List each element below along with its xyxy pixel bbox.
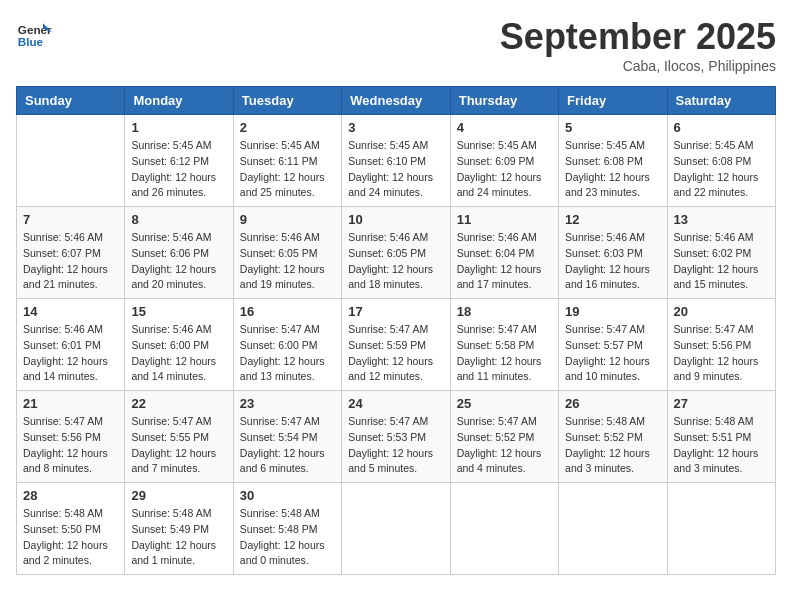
- daylight-text: Daylight: 12 hours and 14 minutes.: [131, 354, 226, 386]
- day-number: 18: [457, 304, 552, 319]
- day-number: 26: [565, 396, 660, 411]
- calendar-header-friday: Friday: [559, 87, 667, 115]
- daylight-text: Daylight: 12 hours and 26 minutes.: [131, 170, 226, 202]
- sunset-text: Sunset: 6:12 PM: [131, 154, 226, 170]
- day-info: Sunrise: 5:47 AMSunset: 5:53 PMDaylight:…: [348, 414, 443, 477]
- calendar-header-thursday: Thursday: [450, 87, 558, 115]
- sunrise-text: Sunrise: 5:47 AM: [240, 414, 335, 430]
- sunrise-text: Sunrise: 5:45 AM: [457, 138, 552, 154]
- day-info: Sunrise: 5:45 AMSunset: 6:11 PMDaylight:…: [240, 138, 335, 201]
- sunset-text: Sunset: 6:06 PM: [131, 246, 226, 262]
- sunset-text: Sunset: 5:57 PM: [565, 338, 660, 354]
- calendar-cell: 4Sunrise: 5:45 AMSunset: 6:09 PMDaylight…: [450, 115, 558, 207]
- calendar-cell: [559, 483, 667, 575]
- sunset-text: Sunset: 5:51 PM: [674, 430, 769, 446]
- daylight-text: Daylight: 12 hours and 20 minutes.: [131, 262, 226, 294]
- calendar-header-sunday: Sunday: [17, 87, 125, 115]
- day-number: 10: [348, 212, 443, 227]
- calendar-week-1: 1Sunrise: 5:45 AMSunset: 6:12 PMDaylight…: [17, 115, 776, 207]
- sunset-text: Sunset: 6:03 PM: [565, 246, 660, 262]
- day-info: Sunrise: 5:48 AMSunset: 5:50 PMDaylight:…: [23, 506, 118, 569]
- sunset-text: Sunset: 6:05 PM: [348, 246, 443, 262]
- day-info: Sunrise: 5:46 AMSunset: 6:04 PMDaylight:…: [457, 230, 552, 293]
- calendar-header-row: SundayMondayTuesdayWednesdayThursdayFrid…: [17, 87, 776, 115]
- calendar-week-4: 21Sunrise: 5:47 AMSunset: 5:56 PMDayligh…: [17, 391, 776, 483]
- sunrise-text: Sunrise: 5:45 AM: [674, 138, 769, 154]
- daylight-text: Daylight: 12 hours and 14 minutes.: [23, 354, 118, 386]
- calendar-header-saturday: Saturday: [667, 87, 775, 115]
- calendar-cell: 10Sunrise: 5:46 AMSunset: 6:05 PMDayligh…: [342, 207, 450, 299]
- calendar-cell: 13Sunrise: 5:46 AMSunset: 6:02 PMDayligh…: [667, 207, 775, 299]
- sunrise-text: Sunrise: 5:48 AM: [23, 506, 118, 522]
- calendar-cell: 23Sunrise: 5:47 AMSunset: 5:54 PMDayligh…: [233, 391, 341, 483]
- daylight-text: Daylight: 12 hours and 0 minutes.: [240, 538, 335, 570]
- calendar-cell: 2Sunrise: 5:45 AMSunset: 6:11 PMDaylight…: [233, 115, 341, 207]
- calendar-header-monday: Monday: [125, 87, 233, 115]
- sunset-text: Sunset: 6:04 PM: [457, 246, 552, 262]
- daylight-text: Daylight: 12 hours and 3 minutes.: [674, 446, 769, 478]
- day-info: Sunrise: 5:46 AMSunset: 6:06 PMDaylight:…: [131, 230, 226, 293]
- calendar-week-2: 7Sunrise: 5:46 AMSunset: 6:07 PMDaylight…: [17, 207, 776, 299]
- sunset-text: Sunset: 5:53 PM: [348, 430, 443, 446]
- sunrise-text: Sunrise: 5:47 AM: [457, 414, 552, 430]
- day-number: 27: [674, 396, 769, 411]
- daylight-text: Daylight: 12 hours and 19 minutes.: [240, 262, 335, 294]
- daylight-text: Daylight: 12 hours and 7 minutes.: [131, 446, 226, 478]
- daylight-text: Daylight: 12 hours and 3 minutes.: [565, 446, 660, 478]
- sunrise-text: Sunrise: 5:46 AM: [131, 230, 226, 246]
- day-number: 20: [674, 304, 769, 319]
- day-info: Sunrise: 5:47 AMSunset: 6:00 PMDaylight:…: [240, 322, 335, 385]
- location: Caba, Ilocos, Philippines: [500, 58, 776, 74]
- daylight-text: Daylight: 12 hours and 15 minutes.: [674, 262, 769, 294]
- sunrise-text: Sunrise: 5:45 AM: [240, 138, 335, 154]
- month-title: September 2025: [500, 16, 776, 58]
- calendar-cell: 27Sunrise: 5:48 AMSunset: 5:51 PMDayligh…: [667, 391, 775, 483]
- day-number: 6: [674, 120, 769, 135]
- sunrise-text: Sunrise: 5:45 AM: [131, 138, 226, 154]
- daylight-text: Daylight: 12 hours and 23 minutes.: [565, 170, 660, 202]
- sunset-text: Sunset: 6:00 PM: [240, 338, 335, 354]
- calendar-cell: 14Sunrise: 5:46 AMSunset: 6:01 PMDayligh…: [17, 299, 125, 391]
- day-info: Sunrise: 5:46 AMSunset: 6:02 PMDaylight:…: [674, 230, 769, 293]
- calendar-table: SundayMondayTuesdayWednesdayThursdayFrid…: [16, 86, 776, 575]
- daylight-text: Daylight: 12 hours and 22 minutes.: [674, 170, 769, 202]
- daylight-text: Daylight: 12 hours and 9 minutes.: [674, 354, 769, 386]
- sunset-text: Sunset: 5:55 PM: [131, 430, 226, 446]
- sunrise-text: Sunrise: 5:47 AM: [131, 414, 226, 430]
- calendar-cell: 26Sunrise: 5:48 AMSunset: 5:52 PMDayligh…: [559, 391, 667, 483]
- day-number: 30: [240, 488, 335, 503]
- calendar-cell: [450, 483, 558, 575]
- sunset-text: Sunset: 6:05 PM: [240, 246, 335, 262]
- day-number: 2: [240, 120, 335, 135]
- day-info: Sunrise: 5:47 AMSunset: 5:57 PMDaylight:…: [565, 322, 660, 385]
- day-info: Sunrise: 5:47 AMSunset: 5:58 PMDaylight:…: [457, 322, 552, 385]
- calendar-cell: 1Sunrise: 5:45 AMSunset: 6:12 PMDaylight…: [125, 115, 233, 207]
- day-info: Sunrise: 5:46 AMSunset: 6:05 PMDaylight:…: [240, 230, 335, 293]
- day-info: Sunrise: 5:46 AMSunset: 6:01 PMDaylight:…: [23, 322, 118, 385]
- day-number: 7: [23, 212, 118, 227]
- day-info: Sunrise: 5:48 AMSunset: 5:52 PMDaylight:…: [565, 414, 660, 477]
- day-number: 21: [23, 396, 118, 411]
- sunset-text: Sunset: 6:08 PM: [565, 154, 660, 170]
- calendar-week-3: 14Sunrise: 5:46 AMSunset: 6:01 PMDayligh…: [17, 299, 776, 391]
- calendar-cell: 22Sunrise: 5:47 AMSunset: 5:55 PMDayligh…: [125, 391, 233, 483]
- sunrise-text: Sunrise: 5:46 AM: [565, 230, 660, 246]
- sunset-text: Sunset: 6:08 PM: [674, 154, 769, 170]
- day-number: 3: [348, 120, 443, 135]
- day-number: 4: [457, 120, 552, 135]
- day-number: 24: [348, 396, 443, 411]
- day-info: Sunrise: 5:48 AMSunset: 5:51 PMDaylight:…: [674, 414, 769, 477]
- sunset-text: Sunset: 6:02 PM: [674, 246, 769, 262]
- daylight-text: Daylight: 12 hours and 4 minutes.: [457, 446, 552, 478]
- daylight-text: Daylight: 12 hours and 25 minutes.: [240, 170, 335, 202]
- daylight-text: Daylight: 12 hours and 5 minutes.: [348, 446, 443, 478]
- day-number: 12: [565, 212, 660, 227]
- daylight-text: Daylight: 12 hours and 24 minutes.: [348, 170, 443, 202]
- sunrise-text: Sunrise: 5:46 AM: [348, 230, 443, 246]
- calendar-cell: 15Sunrise: 5:46 AMSunset: 6:00 PMDayligh…: [125, 299, 233, 391]
- day-info: Sunrise: 5:45 AMSunset: 6:10 PMDaylight:…: [348, 138, 443, 201]
- sunset-text: Sunset: 5:59 PM: [348, 338, 443, 354]
- day-info: Sunrise: 5:46 AMSunset: 6:05 PMDaylight:…: [348, 230, 443, 293]
- calendar-cell: 16Sunrise: 5:47 AMSunset: 6:00 PMDayligh…: [233, 299, 341, 391]
- calendar-cell: 18Sunrise: 5:47 AMSunset: 5:58 PMDayligh…: [450, 299, 558, 391]
